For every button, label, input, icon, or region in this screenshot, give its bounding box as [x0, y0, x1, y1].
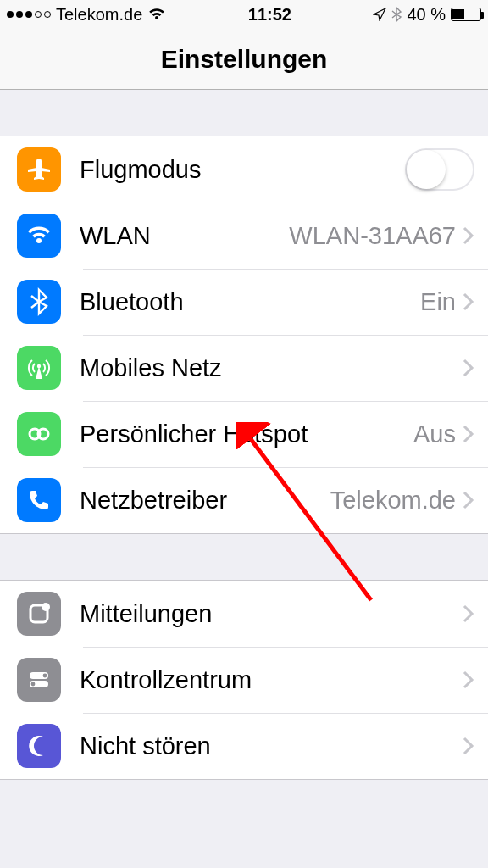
chevron-right-icon — [463, 359, 474, 377]
chevron-right-icon — [463, 737, 474, 755]
svg-point-8 — [31, 682, 36, 687]
section-gap — [0, 90, 488, 136]
row-control-center[interactable]: Kontrollzentrum — [0, 647, 488, 713]
svg-point-0 — [37, 364, 41, 368]
row-label: Kontrollzentrum — [80, 666, 252, 694]
battery-pct-label: 40 % — [407, 5, 446, 25]
row-personal-hotspot[interactable]: Persönlicher Hotspot Aus — [0, 401, 488, 467]
control-center-icon — [17, 658, 61, 702]
phone-icon — [17, 478, 61, 522]
airplane-toggle[interactable] — [405, 148, 474, 191]
row-value: WLAN-31AA67 — [289, 222, 456, 250]
status-time: 11:52 — [166, 5, 373, 25]
chevron-right-icon — [463, 491, 474, 509]
row-value: Telekom.de — [330, 487, 456, 515]
settings-group-connectivity: Flugmodus WLAN WLAN-31AA67 Bluetooth Ein… — [0, 136, 488, 534]
signal-strength-icon — [7, 11, 51, 18]
row-carrier[interactable]: Netzbetreiber Telekom.de — [0, 467, 488, 533]
chevron-right-icon — [463, 604, 474, 623]
row-label: WLAN — [80, 222, 151, 250]
settings-group-system: Mitteilungen Kontrollzentrum Nicht störe… — [0, 580, 488, 780]
row-value: Ein — [420, 288, 456, 316]
row-bluetooth[interactable]: Bluetooth Ein — [0, 269, 488, 335]
section-gap — [0, 534, 488, 580]
wifi-icon — [147, 8, 166, 21]
chevron-right-icon — [463, 292, 474, 311]
status-right: 40 % — [373, 5, 481, 25]
row-label: Nicht stören — [80, 732, 211, 760]
hotspot-icon — [17, 412, 61, 456]
row-label: Mobiles Netz — [80, 354, 222, 382]
row-label: Netzbetreiber — [80, 487, 227, 515]
carrier-label: Telekom.de — [56, 5, 142, 25]
location-icon — [373, 8, 386, 21]
airplane-icon — [17, 147, 61, 192]
row-notifications[interactable]: Mitteilungen — [0, 581, 488, 647]
chevron-right-icon — [463, 226, 474, 245]
notifications-icon — [17, 592, 61, 636]
page-title: Einstellungen — [161, 45, 328, 74]
navbar: Einstellungen — [0, 29, 488, 90]
chevron-right-icon — [463, 425, 474, 443]
row-do-not-disturb[interactable]: Nicht stören — [0, 713, 488, 779]
row-label: Bluetooth — [80, 288, 184, 316]
wifi-settings-icon — [17, 214, 61, 258]
row-wifi[interactable]: WLAN WLAN-31AA67 — [0, 203, 488, 269]
svg-point-6 — [43, 674, 47, 678]
bluetooth-status-icon — [391, 7, 402, 22]
row-label: Persönlicher Hotspot — [80, 420, 308, 448]
row-label: Mitteilungen — [80, 600, 212, 628]
status-left: Telekom.de — [7, 5, 166, 25]
status-bar: Telekom.de 11:52 40 % — [0, 0, 488, 29]
battery-icon — [451, 8, 481, 21]
cellular-icon — [17, 346, 61, 390]
row-cellular[interactable]: Mobiles Netz — [0, 335, 488, 401]
moon-icon — [17, 724, 61, 768]
row-label: Flugmodus — [80, 156, 201, 184]
row-airplane-mode[interactable]: Flugmodus — [0, 136, 488, 203]
chevron-right-icon — [463, 670, 474, 689]
row-value: Aus — [413, 420, 456, 448]
svg-point-4 — [42, 603, 50, 611]
bluetooth-settings-icon — [17, 280, 61, 324]
